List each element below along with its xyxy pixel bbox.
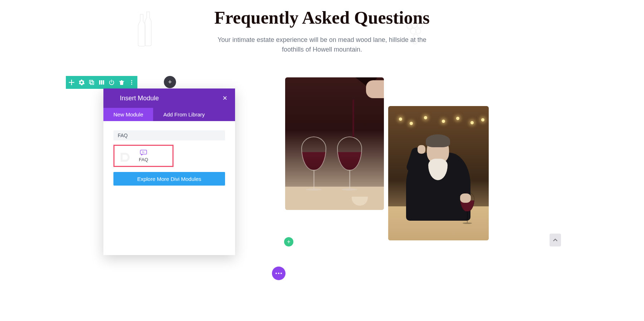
tab-add-from-library[interactable]: Add From Library	[153, 108, 215, 121]
module-item-label: FAQ	[139, 157, 148, 162]
svg-point-15	[131, 82, 132, 83]
svg-point-6	[416, 29, 421, 34]
tab-new-module[interactable]: New Module	[103, 108, 153, 121]
man-with-wine-image	[388, 106, 489, 240]
row-toolbar	[66, 76, 137, 89]
page-title: Frequently Asked Questions	[0, 7, 644, 28]
close-icon[interactable]: ×	[223, 94, 227, 102]
divi-watermark-icon	[118, 151, 131, 164]
page-settings-fab[interactable]	[272, 267, 286, 280]
svg-point-0	[408, 16, 415, 23]
trash-icon[interactable]	[118, 79, 125, 86]
wine-pouring-image	[285, 77, 384, 210]
svg-rect-12	[101, 80, 102, 85]
wine-bottles-decoration	[132, 9, 154, 48]
modal-title: Insert Module	[120, 95, 159, 102]
chevron-up-icon	[552, 237, 558, 243]
svg-point-7	[413, 34, 418, 39]
grapes-decoration	[402, 9, 428, 48]
more-icon[interactable]	[128, 79, 135, 86]
svg-rect-11	[99, 80, 101, 85]
scroll-to-top-button[interactable]	[550, 234, 561, 246]
svg-point-14	[131, 80, 132, 81]
add-module-dark-button[interactable]: +	[164, 76, 176, 88]
modal-tabs: New Module Add From Library	[103, 108, 235, 121]
modal-header: Insert Module ×	[103, 88, 235, 108]
svg-text:?≡: ?≡	[142, 150, 145, 153]
svg-point-8	[413, 40, 417, 44]
duplicate-icon[interactable]	[88, 79, 95, 86]
module-search-input[interactable]	[113, 130, 225, 140]
page-subtitle: Your intimate estate experience will be …	[215, 35, 429, 54]
add-section-button[interactable]: +	[284, 237, 293, 246]
svg-point-5	[410, 28, 416, 34]
module-item-faq[interactable]: ?≡ FAQ	[113, 145, 174, 167]
power-icon[interactable]	[108, 79, 115, 86]
columns-icon[interactable]	[98, 79, 105, 86]
svg-rect-10	[91, 81, 94, 85]
move-icon[interactable]	[68, 79, 75, 86]
gear-icon[interactable]	[78, 79, 85, 86]
svg-rect-13	[103, 80, 104, 85]
explore-modules-button[interactable]: Explore More Divi Modules	[113, 172, 225, 186]
faq-icon: ?≡	[140, 150, 147, 155]
svg-point-16	[131, 84, 132, 85]
insert-module-modal: Insert Module × New Module Add From Libr…	[103, 88, 235, 255]
svg-point-1	[414, 16, 421, 22]
svg-rect-9	[89, 80, 93, 83]
